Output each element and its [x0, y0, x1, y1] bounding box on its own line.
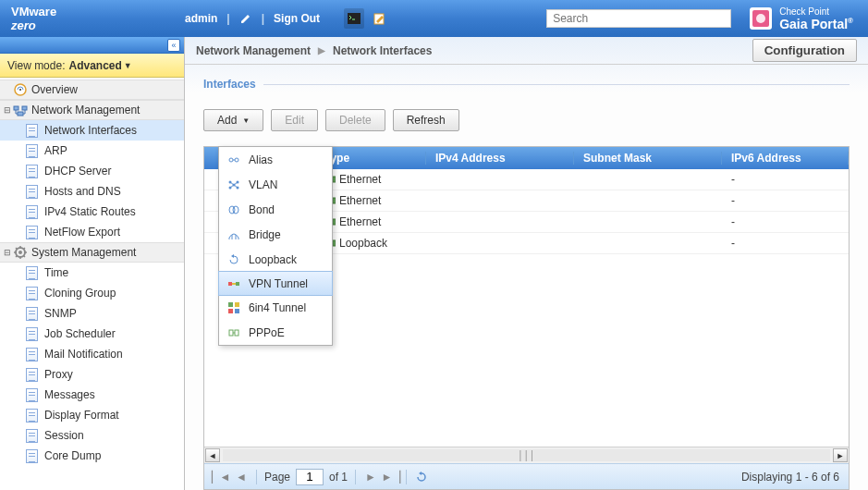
- horizontal-scrollbar[interactable]: ◄ │││ ►: [204, 447, 849, 463]
- sidebar-item[interactable]: NetFlow Export: [0, 222, 184, 242]
- menu-item-label: Bond: [249, 203, 275, 216]
- add-menu-item[interactable]: VPN Tunnel: [218, 271, 333, 296]
- section-icon: [13, 82, 28, 97]
- col-ipv4[interactable]: IPv4 Address: [426, 152, 574, 165]
- sidebar-item[interactable]: ARP: [0, 141, 184, 161]
- terminal-icon[interactable]: [344, 8, 364, 29]
- sidebar-item[interactable]: Cloning Group: [0, 283, 184, 303]
- svg-rect-38: [236, 282, 239, 286]
- breadcrumb-current: Network Interfaces: [333, 44, 432, 57]
- menu-item-icon: [226, 202, 241, 217]
- sidebar-item[interactable]: Messages: [0, 385, 184, 405]
- sidebar-item[interactable]: Core Dump: [0, 446, 184, 466]
- svg-rect-40: [228, 302, 233, 307]
- last-page-button[interactable]: ►▕: [384, 470, 398, 484]
- document-icon: [26, 144, 39, 157]
- toolbar: Add▼ Edit Delete Refresh: [203, 109, 850, 131]
- add-menu-item[interactable]: Bond: [219, 197, 332, 222]
- menu-item-icon: [226, 300, 241, 315]
- brand-line2: Gaia Portal: [779, 17, 848, 31]
- collapse-icon[interactable]: «: [167, 39, 180, 52]
- col-mask[interactable]: Subnet Mask: [574, 152, 722, 165]
- menu-item-label: Alias: [249, 153, 273, 166]
- sidebar-item-label: SNMP: [44, 307, 77, 320]
- scratchpad-icon[interactable]: [370, 8, 390, 29]
- chevron-down-icon: ▼: [242, 116, 250, 125]
- cell-type: Ethernet: [339, 215, 381, 228]
- sidebar-item[interactable]: Proxy: [0, 364, 184, 385]
- document-icon: [26, 266, 39, 279]
- svg-rect-41: [235, 302, 239, 307]
- document-icon: [26, 307, 39, 320]
- document-icon: [26, 348, 39, 361]
- sidebar-item[interactable]: SNMP: [0, 303, 184, 324]
- refresh-page-button[interactable]: [414, 470, 429, 484]
- add-menu-item[interactable]: Alias: [219, 147, 332, 172]
- sidebar-item[interactable]: Time: [0, 263, 184, 283]
- sidebar-collapse-bar[interactable]: «: [0, 37, 184, 54]
- view-mode-selector[interactable]: View mode: Advanced ▼: [0, 54, 184, 78]
- col-ipv6[interactable]: IPv6 Address: [722, 152, 849, 165]
- tree-section-head[interactable]: ⊟System Management: [0, 242, 184, 263]
- first-page-button[interactable]: ▏◄: [214, 470, 228, 484]
- tree-section-head[interactable]: Overview: [0, 80, 184, 100]
- cell-type: Ethernet: [339, 194, 381, 207]
- add-menu-item[interactable]: Bridge: [219, 222, 332, 247]
- document-icon: [26, 226, 39, 239]
- sidebar-item[interactable]: Display Format: [0, 405, 184, 425]
- search-input[interactable]: [546, 9, 731, 28]
- scroll-left-icon[interactable]: ◄: [205, 448, 220, 462]
- scroll-right-icon[interactable]: ►: [833, 448, 848, 462]
- sidebar-item-label: DHCP Server: [44, 165, 111, 178]
- next-page-button[interactable]: ►: [363, 470, 378, 484]
- add-menu-item[interactable]: 6in4 Tunnel: [219, 295, 332, 320]
- cell-ipv6: -: [722, 215, 849, 228]
- sidebar-item[interactable]: IPv4 Static Routes: [0, 202, 184, 222]
- configuration-button[interactable]: Configuration: [752, 39, 857, 62]
- svg-rect-12: [333, 177, 336, 182]
- signout-link[interactable]: Sign Out: [274, 12, 320, 25]
- menu-item-icon: [226, 153, 241, 167]
- search-wrap: [546, 9, 731, 28]
- add-menu-item[interactable]: PPPoE: [219, 320, 332, 345]
- view-mode-label: View mode:: [7, 59, 65, 72]
- user-label[interactable]: admin: [185, 12, 217, 25]
- paging-status: Displaying 1 - 6 of 6: [741, 471, 839, 484]
- edit-icon[interactable]: [239, 12, 252, 25]
- sidebar-item[interactable]: Job Scheduler: [0, 324, 184, 344]
- menu-item-icon: [226, 178, 241, 192]
- product-name: VMware zero: [0, 5, 185, 32]
- menu-item-label: Bridge: [249, 228, 281, 241]
- sidebar-item-label: ARP: [44, 144, 67, 157]
- edit-button[interactable]: Edit: [271, 109, 318, 131]
- add-menu-item[interactable]: Loopback: [219, 247, 332, 272]
- menu-item-icon: [226, 325, 241, 340]
- separator: |: [262, 12, 264, 25]
- sidebar-item[interactable]: DHCP Server: [0, 161, 184, 181]
- sidebar-item[interactable]: Hosts and DNS: [0, 181, 184, 202]
- add-button[interactable]: Add▼: [203, 109, 263, 131]
- refresh-button[interactable]: Refresh: [393, 109, 459, 131]
- menu-item-icon: [226, 227, 241, 242]
- breadcrumb-parent[interactable]: Network Management: [196, 44, 311, 57]
- cell-ipv6: -: [722, 237, 849, 250]
- tree-section-head[interactable]: ⊟Network Management: [0, 100, 184, 120]
- menu-item-label: 6in4 Tunnel: [249, 301, 306, 314]
- add-menu-item[interactable]: VLAN: [219, 172, 332, 197]
- svg-point-23: [229, 158, 233, 162]
- sidebar-item[interactable]: Session: [0, 425, 184, 446]
- section-label: Overview: [31, 83, 78, 96]
- page-input[interactable]: [296, 469, 324, 485]
- add-dropdown-menu: AliasVLANBondBridgeLoopbackVPN Tunnel6in…: [218, 146, 333, 346]
- sidebar-item[interactable]: Mail Notification: [0, 344, 184, 364]
- document-icon: [26, 429, 39, 442]
- section-label: Network Management: [31, 104, 140, 116]
- checkpoint-logo-icon: [750, 7, 772, 30]
- sidebar-item-label: Network Interfaces: [44, 124, 137, 137]
- svg-point-10: [18, 251, 22, 254]
- svg-rect-43: [235, 309, 239, 313]
- document-icon: [26, 449, 39, 462]
- sidebar-item[interactable]: Network Interfaces: [0, 120, 184, 141]
- delete-button[interactable]: Delete: [325, 109, 385, 131]
- prev-page-button[interactable]: ◄: [234, 470, 249, 484]
